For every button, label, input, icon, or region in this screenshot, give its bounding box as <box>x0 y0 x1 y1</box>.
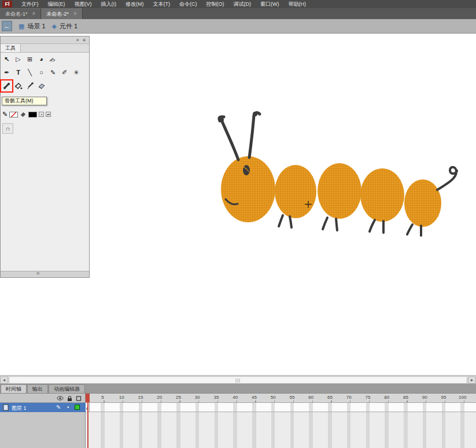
menu-item[interactable]: 编辑(E) <box>43 0 70 8</box>
timeline-tabs: 时间轴输出动画编辑器 <box>0 384 476 394</box>
pencil-tool-button[interactable]: ✎ <box>47 67 58 78</box>
grip-icon: ≡ <box>36 270 39 276</box>
pencil-icon: ✎ <box>50 69 56 76</box>
layer-frame-strip[interactable] <box>86 403 476 412</box>
color-controls: ✎ ▪ ⇄ <box>2 111 51 118</box>
lock-icon[interactable] <box>66 395 73 402</box>
timeline-frames-area[interactable]: 5101520253035404550556065707580859095100 <box>86 394 476 448</box>
brush-tool-button[interactable]: ✐ <box>59 67 70 78</box>
layer-column-header <box>0 394 85 403</box>
antenna-tip-right <box>253 112 257 116</box>
bone-tool-button[interactable] <box>1 80 12 91</box>
panel-menu-icon[interactable]: ≡ <box>83 36 86 44</box>
deco-spray-icon: ✳ <box>73 69 79 76</box>
snap-to-objects-button[interactable]: ∩ <box>2 123 13 134</box>
antenna-tip-left <box>219 117 224 122</box>
scene-icon: ▦ <box>19 23 24 30</box>
app-logo: Fl <box>2 1 12 8</box>
ruler-frame-number: 80 <box>384 395 389 400</box>
ruler-frame-number: 85 <box>403 395 408 400</box>
fill-color-swatch[interactable] <box>28 112 37 117</box>
ruler-frame-number: 40 <box>233 395 238 400</box>
timeline-tab[interactable]: 动画编辑器 <box>49 384 85 393</box>
free-transform-icon: ⊞ <box>27 56 32 63</box>
oval-tool-button[interactable]: ○ <box>36 67 47 78</box>
pen-icon: ✒ <box>4 69 9 76</box>
document-tab[interactable]: 未命名-1*× <box>0 8 41 19</box>
layer-status-dot[interactable]: • <box>67 404 69 410</box>
selection-tool-button[interactable]: ↖ <box>1 54 12 65</box>
paint-bucket-icon <box>14 82 23 90</box>
menu-item[interactable]: 视图(V) <box>70 0 97 8</box>
free-transform-tool-button[interactable]: ⊞ <box>24 54 35 65</box>
stage-canvas[interactable]: « ≡ 工具 ↖ ▷ ⊞ ◕ ℘ ✒ T ╲ ○ ✎ ✐ ✳ <box>0 34 476 375</box>
tab-close-icon[interactable]: × <box>73 11 77 17</box>
stroke-color-pencil-icon: ✎ <box>2 111 8 118</box>
pen-tool-button[interactable]: ✒ <box>1 67 12 78</box>
tool-options: ∩ <box>2 123 13 134</box>
menu-item[interactable]: 帮助(H) <box>284 0 311 8</box>
timeline-tab[interactable]: 时间轴 <box>1 384 27 393</box>
eraser-tool-button[interactable] <box>36 80 47 91</box>
menu-item[interactable]: 窗口(W) <box>256 0 284 8</box>
menu-item[interactable]: 文本(T) <box>149 0 175 8</box>
menu-bar: Fl 文件(F)编辑(E)视图(V)插入(I)修改(M)文本(T)命令(C)控制… <box>0 0 476 8</box>
layer-name: 图层 1 <box>12 405 27 412</box>
ruler-frame-number: 65 <box>327 395 333 400</box>
show-hide-eye-icon[interactable] <box>57 395 64 401</box>
menu-item[interactable]: 命令(C) <box>175 0 202 8</box>
menu-items: 文件(F)编辑(E)视图(V)插入(I)修改(M)文本(T)命令(C)控制(O)… <box>17 0 311 8</box>
body-segment-3 <box>318 163 361 219</box>
menu-item[interactable]: 文件(F) <box>17 0 43 8</box>
brush-icon: ✐ <box>62 69 67 76</box>
menu-item[interactable]: 插入(I) <box>97 0 121 8</box>
layer-edit-pencil-icon: ✎ <box>56 404 61 410</box>
panel-collapse-icon[interactable]: « <box>76 36 79 44</box>
horizontal-scrollbar[interactable]: ◂ ||| ▸ <box>0 375 476 384</box>
rotate-3d-tool-button[interactable]: ◕ <box>36 54 47 65</box>
symbol-breadcrumb[interactable]: 元件 1 <box>60 22 78 31</box>
deco-tool-button[interactable]: ✳ <box>71 67 82 78</box>
tab-close-icon[interactable]: × <box>32 11 36 17</box>
outline-mode-icon[interactable] <box>75 395 82 402</box>
back-button[interactable]: ← <box>2 21 12 31</box>
layer-row[interactable]: 图层 1 ✎ • <box>0 403 86 412</box>
document-tab-label: 未命名-1* <box>5 10 28 18</box>
eyedropper-tool-button[interactable] <box>24 80 35 91</box>
ruler-frame-number: 35 <box>214 395 219 400</box>
timeline-tab[interactable]: 输出 <box>27 384 48 393</box>
scroll-left-button[interactable]: ◂ <box>0 376 8 384</box>
paint-bucket-tool-button[interactable] <box>13 80 24 91</box>
default-colors-button[interactable]: ▪ <box>39 112 44 117</box>
menu-item[interactable]: 控制(O) <box>202 0 229 8</box>
timeline-panel: 时间轴输出动画编辑器 <box>0 384 476 448</box>
panel-resize-grip[interactable]: ≡ <box>1 271 89 277</box>
frame-ruler[interactable]: 5101520253035404550556065707580859095100 <box>86 394 476 403</box>
text-tool-button[interactable]: T <box>13 67 24 78</box>
document-tab[interactable]: 未命名-2*× <box>41 8 82 19</box>
scrollbar-thumb[interactable]: ||| <box>9 376 467 384</box>
menu-item[interactable]: 调试(D) <box>229 0 256 8</box>
ruler-frame-number: 50 <box>271 395 276 400</box>
scroll-right-button[interactable]: ▸ <box>468 376 476 384</box>
stroke-color-swatch[interactable] <box>9 112 18 117</box>
playhead[interactable] <box>86 394 90 402</box>
layer-outline-color-swatch[interactable] <box>75 405 80 410</box>
swap-colors-button[interactable]: ⇄ <box>46 112 51 117</box>
oval-icon: ○ <box>39 69 43 76</box>
menu-item[interactable]: 修改(M) <box>121 0 149 8</box>
ruler-frame-number: 90 <box>422 395 427 400</box>
line-tool-button[interactable]: ╲ <box>24 67 35 78</box>
tool-row-3 <box>1 79 89 93</box>
lasso-icon: ℘ <box>49 56 57 63</box>
ruler-frame-number: 20 <box>157 395 162 400</box>
ruler-frame-number: 5 <box>101 395 104 400</box>
scene-breadcrumb[interactable]: 场景 1 <box>27 22 45 31</box>
lasso-tool-button[interactable]: ℘ <box>47 54 58 65</box>
tools-panel-tabrow: 工具 <box>1 44 89 53</box>
ruler-frame-number: 75 <box>366 395 371 400</box>
magnet-icon: ∩ <box>6 125 10 132</box>
document-tab-label: 未命名-2* <box>46 10 69 18</box>
subselection-tool-button[interactable]: ▷ <box>13 54 24 65</box>
eye <box>243 165 250 175</box>
